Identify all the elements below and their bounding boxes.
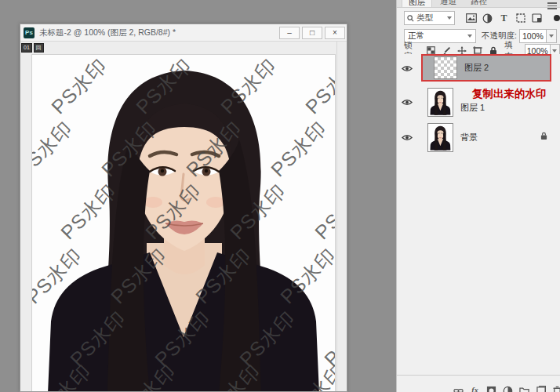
layers-list: 图层 2 复制出来的水印 图层 1 背景 <box>397 54 560 375</box>
adjustment-layer-icon[interactable] <box>503 386 513 392</box>
tab-layers[interactable]: 图层 <box>402 0 432 8</box>
layer-name[interactable]: 背景 <box>460 132 478 143</box>
chevron-down-icon <box>467 34 472 38</box>
document-title: 未标题-2 @ 100% (图层 2, RGB/8#) * <box>39 27 279 38</box>
document-titlebar[interactable]: Ps 未标题-2 @ 100% (图层 2, RGB/8#) * – □ × <box>20 24 347 42</box>
filter-adjustment-layers-icon[interactable] <box>482 13 493 24</box>
corner-badge: 01 <box>21 43 32 53</box>
selected-layer-highlight: 图层 2 <box>421 54 551 82</box>
panel-tabs: 图层 通道 路径 <box>397 0 560 8</box>
tab-paths[interactable]: 路径 <box>464 0 493 8</box>
visibility-eye-icon[interactable] <box>397 65 417 72</box>
photoshop-logo-icon: Ps <box>24 27 35 38</box>
layer-mask-icon[interactable] <box>486 386 496 392</box>
delete-layer-icon[interactable] <box>552 386 560 392</box>
layer2-transparent-thumbnail[interactable] <box>434 56 457 79</box>
layer-style-icon[interactable]: fx <box>470 386 480 392</box>
search-icon <box>407 15 414 22</box>
opacity-dropdown-button[interactable] <box>547 29 557 43</box>
new-group-icon[interactable] <box>519 386 529 392</box>
corner-badges: 01 回 <box>21 43 44 53</box>
chevron-down-icon <box>447 16 452 20</box>
layer-name[interactable]: 图层 1 <box>460 102 485 114</box>
layer1-photo-thumbnail[interactable] <box>427 88 453 117</box>
panel-bottom-bar: fx <box>397 375 560 392</box>
layer-filter-row: 类型 T <box>397 9 560 27</box>
layer-name[interactable]: 图层 2 <box>464 62 489 74</box>
layer-row-background[interactable]: 背景 <box>397 121 560 154</box>
photoshop-workspace: { "app": { "workspace_bg": "#8f8f8f", "a… <box>0 0 560 392</box>
close-button[interactable]: × <box>325 27 345 39</box>
document-window: Ps 未标题-2 @ 100% (图层 2, RGB/8#) * – □ × 0… <box>20 24 347 392</box>
filter-smart-objects-icon[interactable] <box>531 13 543 24</box>
filter-kind-label: 类型 <box>416 13 445 24</box>
layer-row-layer2[interactable]: 图层 2 <box>397 54 560 82</box>
opacity-input[interactable]: 100% <box>519 29 547 43</box>
visibility-eye-icon[interactable] <box>397 134 417 141</box>
document-body: 01 回 PS水印 PS水印 PS水印 PS水印 PS水印 PS水印 PS水印 … <box>20 42 347 391</box>
minimize-button[interactable]: – <box>279 27 300 39</box>
maximize-button[interactable]: □ <box>302 27 322 39</box>
layers-panel: 图层 通道 路径 类型 T <box>396 0 560 392</box>
filter-pixel-layers-icon[interactable] <box>465 13 477 24</box>
canvas[interactable]: PS水印 PS水印 PS水印 PS水印 PS水印 PS水印 PS水印 PS水印 … <box>31 54 336 391</box>
new-layer-icon[interactable] <box>536 386 546 392</box>
filter-shape-layers-icon[interactable] <box>515 13 526 24</box>
background-lock-icon <box>540 132 547 142</box>
filter-type-layers-icon[interactable]: T <box>498 13 510 24</box>
vertical-scrollbar[interactable] <box>336 42 347 391</box>
background-photo-thumbnail[interactable] <box>427 123 453 152</box>
link-layers-icon[interactable] <box>453 386 464 392</box>
filter-kind-dropdown[interactable]: 类型 <box>404 11 455 25</box>
filter-toggle-icon[interactable] <box>554 15 560 21</box>
visibility-eye-icon[interactable] <box>397 99 417 106</box>
annotation-text: 复制出来的水印 <box>472 87 547 101</box>
tab-channels[interactable]: 通道 <box>434 0 463 8</box>
corner-badge: 回 <box>34 43 44 53</box>
